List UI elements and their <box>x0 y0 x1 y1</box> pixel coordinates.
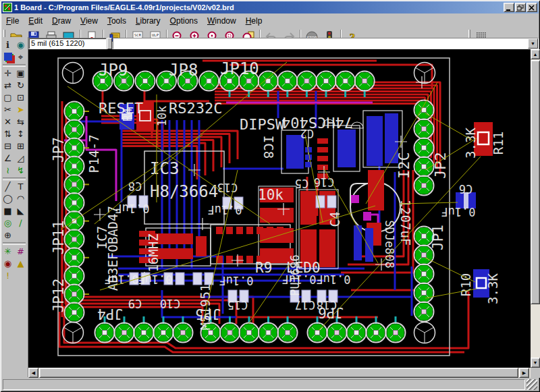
board-label: JP10 <box>220 59 259 78</box>
tool-delete-button[interactable]: ✕ <box>1 115 14 128</box>
menu-options[interactable]: Options <box>165 15 202 27</box>
board-label: 0.1uF <box>115 202 149 215</box>
board-label: 74HCS404 <box>281 114 353 131</box>
command-input[interactable] <box>113 38 528 49</box>
tool-cut-button[interactable]: ✂ <box>1 103 14 115</box>
c4-pad-bottom <box>354 225 362 260</box>
pad-drill <box>422 184 427 188</box>
menu-window[interactable]: Window <box>202 15 241 27</box>
tool-smash-button[interactable]: ⊟ <box>1 140 14 152</box>
minimize-button[interactable] <box>504 3 514 12</box>
pad-drill <box>143 79 148 84</box>
menu-edit[interactable]: Edit <box>24 15 47 27</box>
board-label: C16 <box>314 175 335 189</box>
tool-mark-button[interactable]: ⌖ <box>14 51 27 63</box>
pad-drill <box>247 331 252 335</box>
tool-copy-button[interactable]: ▣ <box>14 67 27 79</box>
menu-draw[interactable]: Draw <box>47 15 76 27</box>
v-scroll-down-button[interactable]: ▼ <box>531 358 540 368</box>
tool-paste-button[interactable]: ➤ <box>14 103 27 115</box>
ic-pin <box>216 227 223 234</box>
via-pad <box>351 195 359 203</box>
tool-miter-button[interactable]: ◿ <box>14 152 27 164</box>
coordinate-display: 5 mil (615 1220) <box>28 38 107 49</box>
restore-button[interactable] <box>515 3 526 12</box>
tool-show-button[interactable]: ◉ <box>14 38 27 51</box>
tool-move-button[interactable]: ✛ <box>1 67 14 79</box>
tool-rect-button[interactable]: ■ <box>1 204 14 217</box>
status-bar <box>1 378 539 391</box>
pad-drill <box>422 234 427 239</box>
ic-pin <box>277 227 284 234</box>
menu-help[interactable]: Help <box>241 15 267 27</box>
pad-drill <box>161 331 166 335</box>
pad-drill <box>72 109 77 114</box>
tool-mirror-button[interactable]: ⇄ <box>1 79 14 91</box>
miter-icon: ◿ <box>18 154 24 163</box>
v-scroll-up-button[interactable]: ▲ <box>531 49 540 59</box>
menu-tools[interactable]: Tools <box>103 15 131 27</box>
resize-grip[interactable] <box>526 379 537 390</box>
tool-ripup-button[interactable]: ↯ <box>14 164 27 176</box>
tool-via-button[interactable]: ◎ <box>1 217 14 229</box>
tool-wire-button[interactable]: ╱ <box>1 180 14 192</box>
pad-drill <box>72 255 77 260</box>
tool-errors-button[interactable]: ▲ <box>14 257 27 269</box>
pad-drill <box>304 79 309 84</box>
h-scroll-right-button[interactable]: ▶ <box>519 368 529 378</box>
tool-pinswap-button[interactable]: ⇆ <box>14 115 27 128</box>
tool-group-button[interactable]: ▢ <box>1 91 14 103</box>
h-scroll-left-button[interactable]: ◀ <box>28 368 38 378</box>
pad-drill <box>227 79 232 84</box>
pad-drill <box>72 128 77 132</box>
tool-route-button[interactable]: ≀ <box>1 164 14 176</box>
c4-pad-bottom <box>365 228 373 262</box>
tool-circle-button[interactable]: ◯ <box>1 192 14 204</box>
menu-file[interactable]: File <box>1 15 24 27</box>
tool-gateswap-button[interactable]: ↕ <box>14 128 27 140</box>
board-label: JP4 <box>97 306 123 322</box>
tool-drc-button[interactable]: ◉ <box>1 257 14 269</box>
tool-replace-button[interactable]: ⇅ <box>1 128 14 140</box>
pad-drill <box>354 331 359 335</box>
delete-icon: ✕ <box>4 117 11 126</box>
pinswap-icon: ⇆ <box>17 117 24 126</box>
hole-icon: ⊕ <box>4 231 11 240</box>
command-dropdown-button[interactable]: ▼ <box>528 38 538 49</box>
pad-drill <box>286 331 290 335</box>
pad-drill <box>142 331 146 335</box>
tool-split-button[interactable]: ∠ <box>1 152 14 164</box>
change-icon: ⊡ <box>17 93 24 102</box>
mark-icon: ⌖ <box>18 53 23 61</box>
erc-icon: ! <box>6 271 9 280</box>
tool-text-button[interactable]: T <box>14 180 27 192</box>
board-label: JP9 <box>99 61 128 80</box>
close-button[interactable] <box>526 3 537 12</box>
pad-drill <box>72 146 77 150</box>
tool-erc-button[interactable]: ! <box>1 269 14 281</box>
pad-drill <box>72 292 77 297</box>
tool-signal-button[interactable]: ∕ <box>14 217 27 229</box>
pad-drill <box>72 310 77 315</box>
menu-view[interactable]: View <box>76 15 103 27</box>
v-scroll-thumb[interactable] <box>531 60 540 304</box>
silk-cross <box>94 208 106 221</box>
pad-drill <box>227 331 232 335</box>
tool-info-button[interactable]: i <box>1 38 14 51</box>
board-label: C15 <box>227 298 248 312</box>
tool-name-button[interactable]: ⊞ <box>14 140 27 152</box>
tool-arc-button[interactable]: ◠ <box>14 192 27 204</box>
menu-library[interactable]: Library <box>131 15 165 27</box>
tool-change-button[interactable]: ⊡ <box>14 91 27 103</box>
command-bar-handle[interactable] <box>107 38 112 49</box>
tool-polygon-button[interactable]: ◣ <box>14 204 27 217</box>
h-scroll-thumb[interactable] <box>39 368 518 378</box>
board-canvas[interactable]: JP9 JP8 JP10 RESET RS232C DIPSW 74HCS404… <box>28 49 531 368</box>
pad-drill <box>103 331 107 335</box>
tool-rotate-button[interactable]: ↻ <box>14 79 27 91</box>
tool-display-button[interactable] <box>1 51 14 63</box>
tool-auto-button[interactable]: # <box>14 245 27 257</box>
smd-pad <box>317 147 328 152</box>
tool-ratsnest-button[interactable]: ✳ <box>1 245 14 257</box>
tool-hole-button[interactable]: ⊕ <box>1 229 14 241</box>
